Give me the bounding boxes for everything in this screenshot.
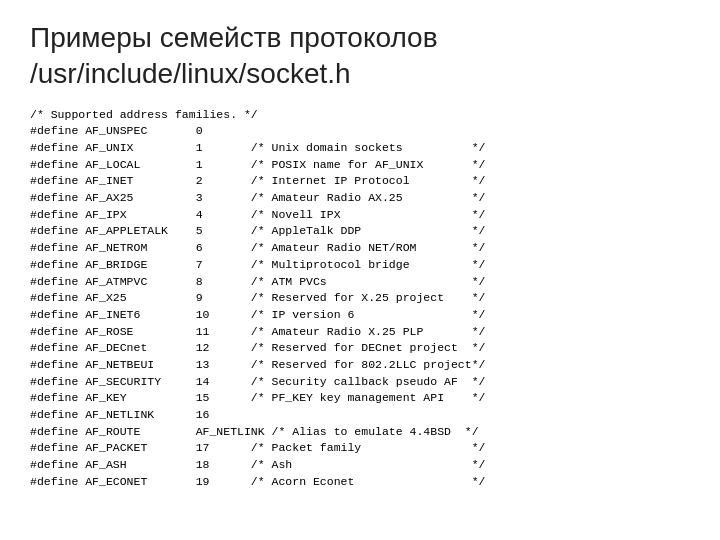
- code-line: #define AF_ATMPVC 8 /* ATM PVCs */: [30, 274, 690, 291]
- code-line: #define AF_NETLINK 16: [30, 407, 690, 424]
- code-line: #define AF_UNSPEC 0: [30, 123, 690, 140]
- code-line: #define AF_NETROM 6 /* Amateur Radio NET…: [30, 240, 690, 257]
- code-line: #define AF_X25 9 /* Reserved for X.25 pr…: [30, 290, 690, 307]
- code-line: #define AF_ROSE 11 /* Amateur Radio X.25…: [30, 324, 690, 341]
- code-line: #define AF_NETBEUI 13 /* Reserved for 80…: [30, 357, 690, 374]
- code-line: #define AF_INET6 10 /* IP version 6 */: [30, 307, 690, 324]
- page-title: Примеры семейств протоколов /usr/include…: [30, 20, 690, 93]
- code-line: #define AF_ROUTE AF_NETLINK /* Alias to …: [30, 424, 690, 441]
- code-line: #define AF_AX25 3 /* Amateur Radio AX.25…: [30, 190, 690, 207]
- code-line: #define AF_ASH 18 /* Ash */: [30, 457, 690, 474]
- code-line: #define AF_LOCAL 1 /* POSIX name for AF_…: [30, 157, 690, 174]
- code-line: /* Supported address families. */: [30, 107, 690, 124]
- code-line: #define AF_ECONET 19 /* Acorn Econet */: [30, 474, 690, 491]
- code-line: #define AF_SECURITY 14 /* Security callb…: [30, 374, 690, 391]
- code-line: #define AF_DECnet 12 /* Reserved for DEC…: [30, 340, 690, 357]
- code-line: #define AF_APPLETALK 5 /* AppleTalk DDP …: [30, 223, 690, 240]
- code-line: #define AF_INET 2 /* Internet IP Protoco…: [30, 173, 690, 190]
- code-line: #define AF_KEY 15 /* PF_KEY key manageme…: [30, 390, 690, 407]
- code-block: /* Supported address families. */#define…: [30, 107, 690, 490]
- code-line: #define AF_IPX 4 /* Novell IPX */: [30, 207, 690, 224]
- code-line: #define AF_BRIDGE 7 /* Multiprotocol bri…: [30, 257, 690, 274]
- code-line: #define AF_PACKET 17 /* Packet family */: [30, 440, 690, 457]
- code-line: #define AF_UNIX 1 /* Unix domain sockets…: [30, 140, 690, 157]
